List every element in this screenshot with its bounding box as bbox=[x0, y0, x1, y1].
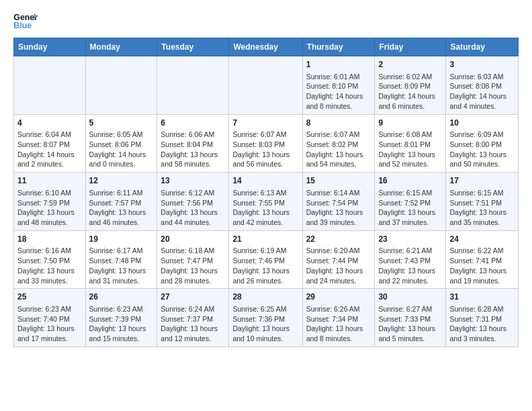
weekday-header-wednesday: Wednesday bbox=[229, 38, 302, 56]
day-number: 13 bbox=[161, 175, 225, 187]
calendar-cell: 26Sunrise: 6:23 AM Sunset: 7:39 PM Dayli… bbox=[85, 289, 157, 347]
day-number: 10 bbox=[449, 118, 515, 129]
day-number: 15 bbox=[306, 175, 371, 187]
calendar-cell: 22Sunrise: 6:20 AM Sunset: 7:44 PM Dayli… bbox=[302, 230, 375, 289]
weekday-header-row: SundayMondayTuesdayWednesdayThursdayFrid… bbox=[14, 38, 519, 56]
calendar-week-row: 4Sunrise: 6:04 AM Sunset: 8:07 PM Daylig… bbox=[14, 114, 519, 173]
calendar-cell: 16Sunrise: 6:15 AM Sunset: 7:52 PM Dayli… bbox=[375, 173, 446, 231]
calendar-cell: 19Sunrise: 6:17 AM Sunset: 7:48 PM Dayli… bbox=[85, 230, 157, 289]
day-number: 9 bbox=[378, 118, 442, 129]
calendar-cell: 6Sunrise: 6:06 AM Sunset: 8:04 PM Daylig… bbox=[157, 114, 229, 173]
day-number: 19 bbox=[89, 234, 154, 245]
day-number: 31 bbox=[449, 291, 515, 303]
calendar-cell bbox=[157, 56, 229, 115]
day-number: 17 bbox=[449, 175, 515, 187]
calendar-cell: 27Sunrise: 6:24 AM Sunset: 7:37 PM Dayli… bbox=[157, 289, 229, 347]
day-number: 28 bbox=[232, 291, 298, 303]
calendar-cell: 31Sunrise: 6:28 AM Sunset: 7:31 PM Dayli… bbox=[446, 289, 519, 347]
day-number: 30 bbox=[378, 291, 442, 303]
calendar-cell: 10Sunrise: 6:09 AM Sunset: 8:00 PM Dayli… bbox=[446, 114, 519, 173]
day-info: Sunrise: 6:17 AM Sunset: 7:48 PM Dayligh… bbox=[89, 246, 154, 285]
day-number: 8 bbox=[306, 118, 371, 129]
day-info: Sunrise: 6:04 AM Sunset: 8:07 PM Dayligh… bbox=[17, 130, 82, 169]
day-info: Sunrise: 6:25 AM Sunset: 7:36 PM Dayligh… bbox=[232, 304, 298, 344]
calendar-cell: 23Sunrise: 6:21 AM Sunset: 7:43 PM Dayli… bbox=[375, 230, 446, 289]
day-info: Sunrise: 6:15 AM Sunset: 7:52 PM Dayligh… bbox=[378, 188, 442, 228]
day-info: Sunrise: 6:23 AM Sunset: 7:39 PM Dayligh… bbox=[89, 304, 154, 344]
calendar-cell: 14Sunrise: 6:13 AM Sunset: 7:55 PM Dayli… bbox=[229, 173, 302, 231]
calendar-cell bbox=[229, 56, 302, 115]
day-number: 21 bbox=[232, 234, 298, 245]
day-info: Sunrise: 6:07 AM Sunset: 8:03 PM Dayligh… bbox=[232, 130, 298, 169]
page-header: General Blue bbox=[13, 11, 519, 31]
day-number: 29 bbox=[306, 291, 371, 303]
day-info: Sunrise: 6:14 AM Sunset: 7:54 PM Dayligh… bbox=[306, 188, 371, 228]
calendar-cell: 21Sunrise: 6:19 AM Sunset: 7:46 PM Dayli… bbox=[229, 230, 302, 289]
day-info: Sunrise: 6:28 AM Sunset: 7:31 PM Dayligh… bbox=[449, 304, 515, 344]
weekday-header-tuesday: Tuesday bbox=[157, 38, 229, 56]
calendar-cell: 4Sunrise: 6:04 AM Sunset: 8:07 PM Daylig… bbox=[14, 114, 86, 173]
calendar-cell: 9Sunrise: 6:08 AM Sunset: 8:01 PM Daylig… bbox=[375, 114, 446, 173]
day-number: 1 bbox=[306, 59, 371, 71]
calendar-week-row: 25Sunrise: 6:23 AM Sunset: 7:40 PM Dayli… bbox=[14, 289, 519, 347]
day-info: Sunrise: 6:15 AM Sunset: 7:51 PM Dayligh… bbox=[449, 188, 515, 228]
day-info: Sunrise: 6:18 AM Sunset: 7:47 PM Dayligh… bbox=[161, 246, 225, 285]
calendar-week-row: 11Sunrise: 6:10 AM Sunset: 7:59 PM Dayli… bbox=[14, 173, 519, 231]
day-number: 16 bbox=[378, 175, 442, 187]
calendar-cell: 1Sunrise: 6:01 AM Sunset: 8:10 PM Daylig… bbox=[302, 56, 375, 115]
day-info: Sunrise: 6:08 AM Sunset: 8:01 PM Dayligh… bbox=[378, 130, 442, 169]
day-info: Sunrise: 6:22 AM Sunset: 7:41 PM Dayligh… bbox=[449, 246, 515, 285]
day-number: 7 bbox=[232, 118, 298, 129]
day-number: 24 bbox=[449, 234, 515, 245]
day-info: Sunrise: 6:09 AM Sunset: 8:00 PM Dayligh… bbox=[449, 130, 515, 169]
day-info: Sunrise: 6:01 AM Sunset: 8:10 PM Dayligh… bbox=[306, 72, 371, 111]
calendar-cell: 13Sunrise: 6:12 AM Sunset: 7:56 PM Dayli… bbox=[157, 173, 229, 231]
calendar-cell: 24Sunrise: 6:22 AM Sunset: 7:41 PM Dayli… bbox=[446, 230, 519, 289]
logo-icon: General Blue bbox=[13, 11, 38, 31]
day-number: 4 bbox=[17, 118, 82, 129]
calendar-cell: 8Sunrise: 6:07 AM Sunset: 8:02 PM Daylig… bbox=[302, 114, 375, 173]
calendar-cell: 2Sunrise: 6:02 AM Sunset: 8:09 PM Daylig… bbox=[375, 56, 446, 115]
day-info: Sunrise: 6:26 AM Sunset: 7:34 PM Dayligh… bbox=[306, 304, 371, 344]
day-number: 22 bbox=[306, 234, 371, 245]
calendar-cell: 18Sunrise: 6:16 AM Sunset: 7:50 PM Dayli… bbox=[14, 230, 86, 289]
day-number: 11 bbox=[17, 175, 82, 187]
day-info: Sunrise: 6:03 AM Sunset: 8:08 PM Dayligh… bbox=[449, 72, 515, 111]
calendar-week-row: 1Sunrise: 6:01 AM Sunset: 8:10 PM Daylig… bbox=[14, 56, 519, 115]
day-info: Sunrise: 6:24 AM Sunset: 7:37 PM Dayligh… bbox=[161, 304, 225, 344]
calendar-cell: 30Sunrise: 6:27 AM Sunset: 7:33 PM Dayli… bbox=[375, 289, 446, 347]
day-info: Sunrise: 6:23 AM Sunset: 7:40 PM Dayligh… bbox=[17, 304, 82, 344]
calendar-cell: 11Sunrise: 6:10 AM Sunset: 7:59 PM Dayli… bbox=[14, 173, 86, 231]
day-number: 3 bbox=[449, 59, 515, 71]
logo: General Blue bbox=[13, 11, 40, 31]
day-number: 23 bbox=[378, 234, 442, 245]
day-info: Sunrise: 6:21 AM Sunset: 7:43 PM Dayligh… bbox=[378, 246, 442, 285]
calendar-cell: 17Sunrise: 6:15 AM Sunset: 7:51 PM Dayli… bbox=[446, 173, 519, 231]
calendar-cell: 28Sunrise: 6:25 AM Sunset: 7:36 PM Dayli… bbox=[229, 289, 302, 347]
day-number: 12 bbox=[89, 175, 154, 187]
day-info: Sunrise: 6:13 AM Sunset: 7:55 PM Dayligh… bbox=[232, 188, 298, 228]
calendar-cell: 29Sunrise: 6:26 AM Sunset: 7:34 PM Dayli… bbox=[302, 289, 375, 347]
day-number: 25 bbox=[17, 291, 82, 303]
calendar-cell: 12Sunrise: 6:11 AM Sunset: 7:57 PM Dayli… bbox=[85, 173, 157, 231]
day-number: 20 bbox=[161, 234, 225, 245]
day-number: 26 bbox=[89, 291, 154, 303]
day-info: Sunrise: 6:07 AM Sunset: 8:02 PM Dayligh… bbox=[306, 130, 371, 169]
day-number: 18 bbox=[17, 234, 82, 245]
day-number: 6 bbox=[161, 118, 225, 129]
weekday-header-sunday: Sunday bbox=[14, 38, 86, 56]
day-number: 14 bbox=[232, 175, 298, 187]
day-info: Sunrise: 6:16 AM Sunset: 7:50 PM Dayligh… bbox=[17, 246, 82, 285]
day-number: 5 bbox=[89, 118, 154, 129]
day-info: Sunrise: 6:10 AM Sunset: 7:59 PM Dayligh… bbox=[17, 188, 82, 228]
calendar-cell: 7Sunrise: 6:07 AM Sunset: 8:03 PM Daylig… bbox=[229, 114, 302, 173]
calendar-table: SundayMondayTuesdayWednesdayThursdayFrid… bbox=[13, 38, 519, 347]
calendar-cell: 3Sunrise: 6:03 AM Sunset: 8:08 PM Daylig… bbox=[446, 56, 519, 115]
calendar-cell: 25Sunrise: 6:23 AM Sunset: 7:40 PM Dayli… bbox=[14, 289, 86, 347]
calendar-cell bbox=[14, 56, 86, 115]
calendar-header: SundayMondayTuesdayWednesdayThursdayFrid… bbox=[14, 38, 519, 56]
day-info: Sunrise: 6:19 AM Sunset: 7:46 PM Dayligh… bbox=[232, 246, 298, 285]
weekday-header-thursday: Thursday bbox=[302, 38, 375, 56]
day-number: 2 bbox=[378, 59, 442, 71]
day-info: Sunrise: 6:20 AM Sunset: 7:44 PM Dayligh… bbox=[306, 246, 371, 285]
